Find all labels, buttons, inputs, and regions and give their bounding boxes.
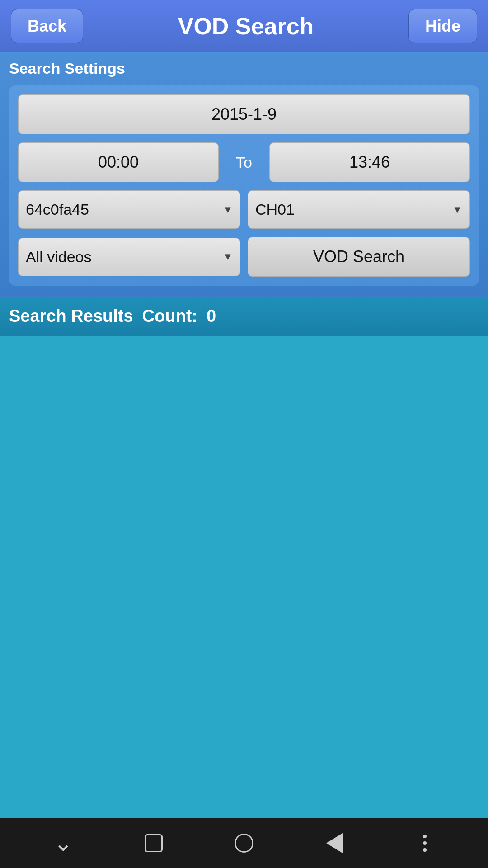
video-search-row: All videos ▼ VOD Search <box>18 237 470 277</box>
count-label: Count: <box>142 307 197 326</box>
more-options-icon[interactable] <box>407 825 443 861</box>
to-label: To <box>226 154 262 171</box>
channel-value: CH01 <box>255 201 295 218</box>
date-row: 2015-1-9 <box>18 94 470 134</box>
video-type-value: All videos <box>26 248 92 266</box>
back-button[interactable]: Back <box>11 9 83 43</box>
bottom-nav: ⌄ <box>0 818 488 868</box>
page-title: VOD Search <box>83 13 408 40</box>
time-from-input[interactable]: 00:00 <box>18 142 219 182</box>
video-type-dropdown-arrow: ▼ <box>223 251 233 263</box>
device-value: 64c0fa45 <box>26 201 89 218</box>
channel-select[interactable]: CH01 ▼ <box>248 190 470 229</box>
results-area <box>0 336 488 818</box>
date-input[interactable]: 2015-1-9 <box>18 94 470 134</box>
search-results-bar: Search Results Count: 0 <box>0 297 488 336</box>
back-triangle-icon[interactable] <box>316 825 352 861</box>
count-value: 0 <box>206 307 216 326</box>
app-header: Back VOD Search Hide <box>0 0 488 52</box>
time-to-input[interactable]: 13:46 <box>269 142 470 182</box>
vod-search-button[interactable]: VOD Search <box>248 237 470 277</box>
home-circle-icon[interactable] <box>226 825 262 861</box>
search-results-label: Search Results <box>9 307 133 326</box>
search-settings-panel: Search Settings 2015-1-9 00:00 To 13:46 … <box>0 52 488 297</box>
video-type-select[interactable]: All videos ▼ <box>18 238 240 276</box>
hide-button[interactable]: Hide <box>408 9 477 43</box>
channel-dropdown-arrow: ▼ <box>452 204 462 216</box>
square-icon[interactable] <box>136 825 172 861</box>
device-select[interactable]: 64c0fa45 ▼ <box>18 190 240 229</box>
device-channel-row: 64c0fa45 ▼ CH01 ▼ <box>18 190 470 229</box>
search-settings-label: Search Settings <box>9 60 479 77</box>
time-row: 00:00 To 13:46 <box>18 142 470 182</box>
chevron-down-icon[interactable]: ⌄ <box>45 825 81 861</box>
search-panel-inner: 2015-1-9 00:00 To 13:46 64c0fa45 ▼ CH01 … <box>9 85 479 286</box>
device-dropdown-arrow: ▼ <box>223 204 233 216</box>
